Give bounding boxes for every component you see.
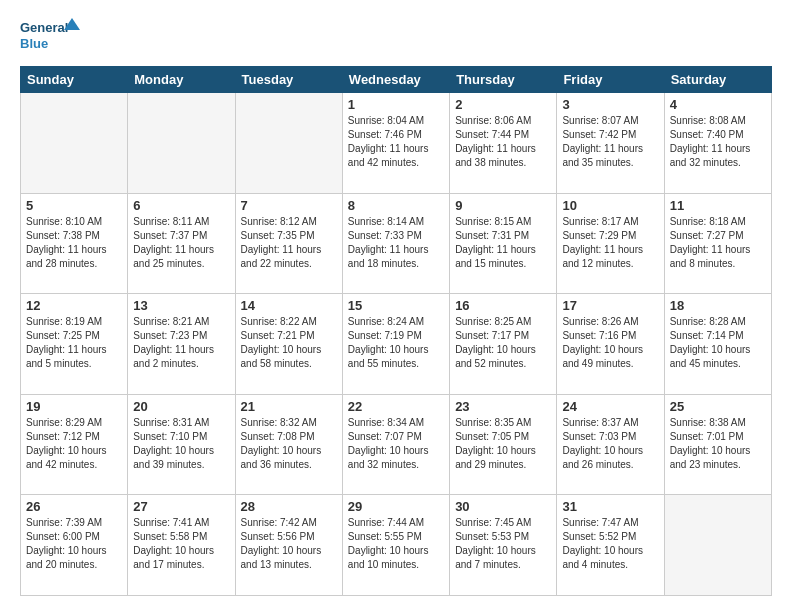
- weekday-thursday: Thursday: [450, 67, 557, 93]
- calendar-cell: 21Sunrise: 8:32 AM Sunset: 7:08 PM Dayli…: [235, 394, 342, 495]
- calendar-cell: 15Sunrise: 8:24 AM Sunset: 7:19 PM Dayli…: [342, 294, 449, 395]
- weekday-monday: Monday: [128, 67, 235, 93]
- calendar-cell: 4Sunrise: 8:08 AM Sunset: 7:40 PM Daylig…: [664, 93, 771, 194]
- day-number: 24: [562, 399, 658, 414]
- calendar-cell: 14Sunrise: 8:22 AM Sunset: 7:21 PM Dayli…: [235, 294, 342, 395]
- calendar-cell: 1Sunrise: 8:04 AM Sunset: 7:46 PM Daylig…: [342, 93, 449, 194]
- calendar-cell: 2Sunrise: 8:06 AM Sunset: 7:44 PM Daylig…: [450, 93, 557, 194]
- day-number: 13: [133, 298, 229, 313]
- day-number: 15: [348, 298, 444, 313]
- calendar-week-4: 26Sunrise: 7:39 AM Sunset: 6:00 PM Dayli…: [21, 495, 772, 596]
- calendar-cell: 22Sunrise: 8:34 AM Sunset: 7:07 PM Dayli…: [342, 394, 449, 495]
- calendar-cell: [664, 495, 771, 596]
- calendar-cell: 6Sunrise: 8:11 AM Sunset: 7:37 PM Daylig…: [128, 193, 235, 294]
- calendar-cell: 10Sunrise: 8:17 AM Sunset: 7:29 PM Dayli…: [557, 193, 664, 294]
- day-info: Sunrise: 8:06 AM Sunset: 7:44 PM Dayligh…: [455, 114, 551, 170]
- calendar-cell: [21, 93, 128, 194]
- day-number: 28: [241, 499, 337, 514]
- calendar-cell: 16Sunrise: 8:25 AM Sunset: 7:17 PM Dayli…: [450, 294, 557, 395]
- day-info: Sunrise: 8:15 AM Sunset: 7:31 PM Dayligh…: [455, 215, 551, 271]
- weekday-saturday: Saturday: [664, 67, 771, 93]
- day-number: 3: [562, 97, 658, 112]
- day-info: Sunrise: 8:25 AM Sunset: 7:17 PM Dayligh…: [455, 315, 551, 371]
- day-info: Sunrise: 8:12 AM Sunset: 7:35 PM Dayligh…: [241, 215, 337, 271]
- day-number: 25: [670, 399, 766, 414]
- calendar-cell: 31Sunrise: 7:47 AM Sunset: 5:52 PM Dayli…: [557, 495, 664, 596]
- day-number: 19: [26, 399, 122, 414]
- day-info: Sunrise: 8:35 AM Sunset: 7:05 PM Dayligh…: [455, 416, 551, 472]
- day-number: 1: [348, 97, 444, 112]
- calendar-cell: 12Sunrise: 8:19 AM Sunset: 7:25 PM Dayli…: [21, 294, 128, 395]
- day-info: Sunrise: 8:26 AM Sunset: 7:16 PM Dayligh…: [562, 315, 658, 371]
- weekday-sunday: Sunday: [21, 67, 128, 93]
- day-info: Sunrise: 8:32 AM Sunset: 7:08 PM Dayligh…: [241, 416, 337, 472]
- day-info: Sunrise: 8:34 AM Sunset: 7:07 PM Dayligh…: [348, 416, 444, 472]
- day-number: 6: [133, 198, 229, 213]
- calendar-cell: [235, 93, 342, 194]
- day-info: Sunrise: 8:29 AM Sunset: 7:12 PM Dayligh…: [26, 416, 122, 472]
- page: General Blue SundayMondayTuesdayWednesda…: [0, 0, 792, 612]
- weekday-tuesday: Tuesday: [235, 67, 342, 93]
- calendar-cell: 27Sunrise: 7:41 AM Sunset: 5:58 PM Dayli…: [128, 495, 235, 596]
- day-number: 5: [26, 198, 122, 213]
- calendar-week-0: 1Sunrise: 8:04 AM Sunset: 7:46 PM Daylig…: [21, 93, 772, 194]
- day-number: 2: [455, 97, 551, 112]
- day-number: 21: [241, 399, 337, 414]
- day-number: 17: [562, 298, 658, 313]
- calendar-cell: 29Sunrise: 7:44 AM Sunset: 5:55 PM Dayli…: [342, 495, 449, 596]
- day-number: 8: [348, 198, 444, 213]
- calendar-cell: 19Sunrise: 8:29 AM Sunset: 7:12 PM Dayli…: [21, 394, 128, 495]
- calendar-cell: 3Sunrise: 8:07 AM Sunset: 7:42 PM Daylig…: [557, 93, 664, 194]
- weekday-wednesday: Wednesday: [342, 67, 449, 93]
- svg-text:General: General: [20, 20, 68, 35]
- day-info: Sunrise: 8:24 AM Sunset: 7:19 PM Dayligh…: [348, 315, 444, 371]
- calendar-table: SundayMondayTuesdayWednesdayThursdayFrid…: [20, 66, 772, 596]
- day-info: Sunrise: 8:10 AM Sunset: 7:38 PM Dayligh…: [26, 215, 122, 271]
- calendar-cell: 17Sunrise: 8:26 AM Sunset: 7:16 PM Dayli…: [557, 294, 664, 395]
- day-info: Sunrise: 8:04 AM Sunset: 7:46 PM Dayligh…: [348, 114, 444, 170]
- calendar-week-3: 19Sunrise: 8:29 AM Sunset: 7:12 PM Dayli…: [21, 394, 772, 495]
- day-info: Sunrise: 8:21 AM Sunset: 7:23 PM Dayligh…: [133, 315, 229, 371]
- day-number: 27: [133, 499, 229, 514]
- svg-text:Blue: Blue: [20, 36, 48, 51]
- day-info: Sunrise: 8:17 AM Sunset: 7:29 PM Dayligh…: [562, 215, 658, 271]
- day-info: Sunrise: 8:31 AM Sunset: 7:10 PM Dayligh…: [133, 416, 229, 472]
- weekday-friday: Friday: [557, 67, 664, 93]
- day-number: 10: [562, 198, 658, 213]
- day-number: 14: [241, 298, 337, 313]
- calendar-cell: 28Sunrise: 7:42 AM Sunset: 5:56 PM Dayli…: [235, 495, 342, 596]
- day-info: Sunrise: 8:19 AM Sunset: 7:25 PM Dayligh…: [26, 315, 122, 371]
- day-info: Sunrise: 7:44 AM Sunset: 5:55 PM Dayligh…: [348, 516, 444, 572]
- day-info: Sunrise: 7:42 AM Sunset: 5:56 PM Dayligh…: [241, 516, 337, 572]
- day-info: Sunrise: 7:47 AM Sunset: 5:52 PM Dayligh…: [562, 516, 658, 572]
- day-info: Sunrise: 8:22 AM Sunset: 7:21 PM Dayligh…: [241, 315, 337, 371]
- day-number: 11: [670, 198, 766, 213]
- day-number: 26: [26, 499, 122, 514]
- calendar-cell: 11Sunrise: 8:18 AM Sunset: 7:27 PM Dayli…: [664, 193, 771, 294]
- calendar-cell: 7Sunrise: 8:12 AM Sunset: 7:35 PM Daylig…: [235, 193, 342, 294]
- day-info: Sunrise: 8:18 AM Sunset: 7:27 PM Dayligh…: [670, 215, 766, 271]
- day-number: 7: [241, 198, 337, 213]
- day-info: Sunrise: 8:38 AM Sunset: 7:01 PM Dayligh…: [670, 416, 766, 472]
- logo: General Blue: [20, 16, 80, 56]
- day-info: Sunrise: 8:28 AM Sunset: 7:14 PM Dayligh…: [670, 315, 766, 371]
- day-info: Sunrise: 8:14 AM Sunset: 7:33 PM Dayligh…: [348, 215, 444, 271]
- day-info: Sunrise: 8:07 AM Sunset: 7:42 PM Dayligh…: [562, 114, 658, 170]
- calendar-week-2: 12Sunrise: 8:19 AM Sunset: 7:25 PM Dayli…: [21, 294, 772, 395]
- calendar-cell: 30Sunrise: 7:45 AM Sunset: 5:53 PM Dayli…: [450, 495, 557, 596]
- day-info: Sunrise: 7:41 AM Sunset: 5:58 PM Dayligh…: [133, 516, 229, 572]
- day-number: 4: [670, 97, 766, 112]
- calendar-cell: 9Sunrise: 8:15 AM Sunset: 7:31 PM Daylig…: [450, 193, 557, 294]
- day-number: 18: [670, 298, 766, 313]
- header: General Blue: [20, 16, 772, 56]
- calendar-cell: 8Sunrise: 8:14 AM Sunset: 7:33 PM Daylig…: [342, 193, 449, 294]
- calendar-cell: 23Sunrise: 8:35 AM Sunset: 7:05 PM Dayli…: [450, 394, 557, 495]
- day-info: Sunrise: 7:39 AM Sunset: 6:00 PM Dayligh…: [26, 516, 122, 572]
- day-number: 31: [562, 499, 658, 514]
- calendar-week-1: 5Sunrise: 8:10 AM Sunset: 7:38 PM Daylig…: [21, 193, 772, 294]
- calendar-cell: [128, 93, 235, 194]
- day-number: 12: [26, 298, 122, 313]
- day-number: 29: [348, 499, 444, 514]
- day-number: 23: [455, 399, 551, 414]
- day-number: 16: [455, 298, 551, 313]
